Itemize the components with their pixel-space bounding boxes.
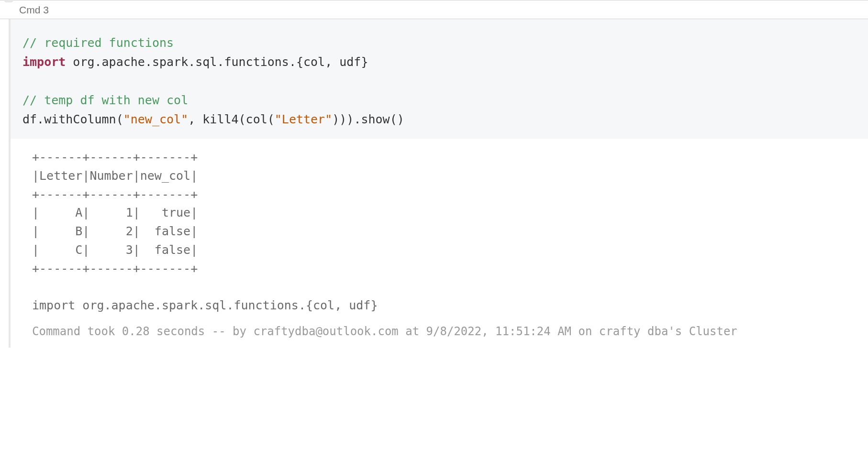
table-row: | B| 2| false| [32, 224, 198, 238]
notebook-cell: // required functions import org.apache.… [9, 19, 868, 348]
code-string: "new_col" [123, 112, 188, 126]
table-row: | C| 3| false| [32, 243, 198, 257]
code-text: ))).show() [332, 112, 404, 126]
cell-drag-handle[interactable] [4, 0, 13, 2]
table-row: | A| 1| true| [32, 206, 198, 219]
table-row: +------+------+-------+ [32, 150, 198, 164]
table-row: |Letter|Number|new_col| [32, 169, 198, 183]
table-row: +------+------+-------+ [32, 262, 198, 275]
code-keyword: import [22, 55, 66, 69]
cell-output: +------+------+-------+ |Letter|Number|n… [11, 139, 868, 320]
code-comment: // required functions [22, 36, 174, 50]
code-text: df.withColumn( [22, 112, 123, 126]
code-text: org.apache.spark.sql.functions.{col, udf… [66, 55, 368, 69]
code-comment: // temp df with new col [22, 93, 188, 107]
code-text: , kill4(col( [188, 112, 275, 126]
code-string: "Letter" [275, 112, 332, 126]
output-import-echo: import org.apache.spark.sql.functions.{c… [32, 298, 378, 312]
code-editor[interactable]: // required functions import org.apache.… [11, 19, 868, 139]
command-metadata: Command took 0.28 seconds -- by craftydb… [11, 320, 868, 348]
cell-label: Cmd 3 [0, 0, 868, 19]
table-row: +------+------+-------+ [32, 187, 198, 201]
